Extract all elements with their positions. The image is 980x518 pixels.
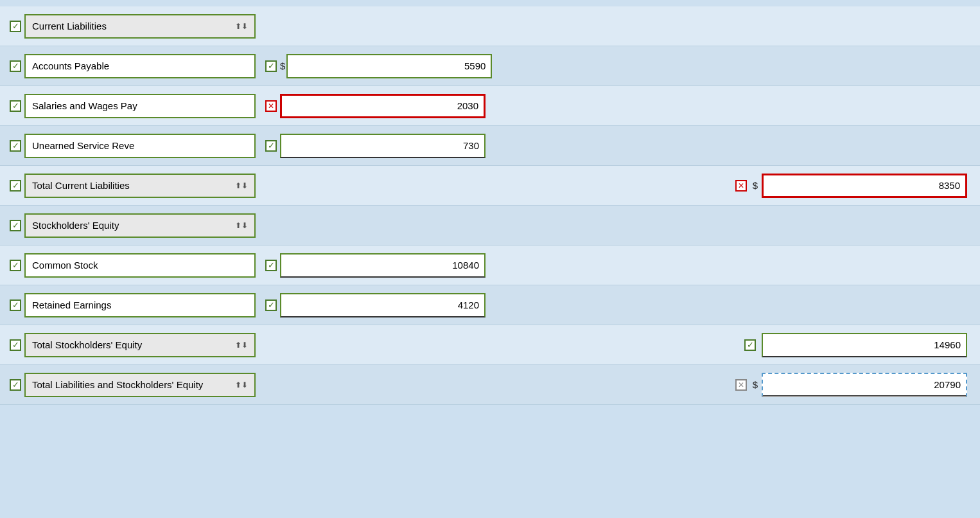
dropdown-arrows-total-current-liabilities: ⬆⬇ (235, 181, 248, 190)
checkbox-total-stockholders-equity[interactable]: ✓ (6, 339, 24, 351)
page-header (0, 0, 980, 6)
right-dollar-sign: $ (753, 379, 758, 390)
label-cell-common-stock: Common Stock (24, 253, 256, 278)
mid-check-retained-earnings[interactable]: ✓ (262, 299, 280, 311)
row-retained-earnings: ✓Retained Earnings✓4120 (0, 285, 980, 325)
row-common-stock: ✓Common Stock✓10840 (0, 246, 980, 285)
row-total-current-liabilities: ✓Total Current Liabilities⬆⬇✕$8350 (0, 166, 980, 206)
row-salaries-wages: ✓Salaries and Wages Pay✕2030 (0, 86, 980, 126)
mid-value-retained-earnings: 4120 (458, 299, 479, 310)
label-cell-total-current-liabilities: Total Current Liabilities⬆⬇ (24, 174, 256, 198)
mid-input-salaries-wages[interactable]: 2030 (280, 94, 486, 118)
right-input-total-stockholders-equity[interactable]: 14960 (762, 333, 967, 357)
checkbox-retained-earnings[interactable]: ✓ (6, 299, 24, 311)
row-total-stockholders-equity: ✓Total Stockholders' Equity⬆⬇✓14960 (0, 325, 980, 365)
dropdown-text-current-liabilities-header: Current Liabilities (32, 21, 107, 31)
green-check-icon: ✓ (10, 339, 21, 351)
label-cell-retained-earnings: Retained Earnings (24, 293, 256, 317)
label-text-unearned-service: Unearned Service Reve (32, 140, 134, 151)
dropdown-label-total-current-liabilities[interactable]: Total Current Liabilities⬆⬇ (24, 174, 256, 198)
right-value-total-stockholders-equity: 14960 (934, 339, 961, 350)
label-cell-total-stockholders-equity: Total Stockholders' Equity⬆⬇ (24, 333, 256, 357)
label-box-common-stock: Common Stock (24, 253, 256, 278)
mid-input-unearned-service[interactable]: 730 (280, 134, 486, 158)
mid-value-salaries-wages: 2030 (457, 100, 478, 111)
mid-value-accounts-payable: 5590 (464, 60, 486, 71)
checkbox-unearned-service[interactable]: ✓ (6, 140, 24, 152)
mid-value-unearned-service: 730 (463, 140, 479, 151)
green-check-icon: ✓ (10, 220, 21, 231)
mid-check-unearned-service[interactable]: ✓ (262, 140, 280, 152)
label-cell-accounts-payable: Accounts Payable (24, 54, 256, 78)
mid-check-salaries-wages[interactable]: ✕ (262, 100, 280, 112)
label-box-accounts-payable: Accounts Payable (24, 54, 256, 78)
right-check-total-current-liabilities[interactable]: ✕ (732, 180, 750, 192)
mid-input-common-stock[interactable]: 10840 (280, 253, 486, 278)
mid-dollar-sign: $ (280, 60, 285, 71)
red-x-icon-mid: ✕ (265, 100, 277, 112)
checkbox-total-current-liabilities[interactable]: ✓ (6, 180, 24, 192)
dropdown-arrows-total-stockholders-equity: ⬆⬇ (235, 341, 248, 350)
dropdown-text-total-liabilities-equity: Total Liabilities and Stockholders' Equi… (32, 379, 203, 390)
label-cell-total-liabilities-equity: Total Liabilities and Stockholders' Equi… (24, 373, 256, 397)
label-text-accounts-payable: Accounts Payable (32, 60, 109, 71)
green-check-icon-right: ✓ (744, 339, 756, 351)
checkbox-accounts-payable[interactable]: ✓ (6, 60, 24, 72)
checkbox-common-stock[interactable]: ✓ (6, 260, 24, 271)
rows-container: ✓Current Liabilities⬆⬇✓Accounts Payable✓… (0, 6, 980, 405)
right-input-total-liabilities-equity[interactable]: 20790 (762, 373, 967, 397)
mid-check-accounts-payable[interactable]: ✓ (262, 60, 280, 72)
right-section-total-stockholders-equity: ✓14960 (741, 333, 967, 357)
dropdown-label-total-liabilities-equity[interactable]: Total Liabilities and Stockholders' Equi… (24, 373, 256, 397)
green-check-icon-mid: ✓ (265, 60, 277, 72)
right-input-total-current-liabilities[interactable]: 8350 (762, 174, 967, 198)
dropdown-label-current-liabilities-header[interactable]: Current Liabilities⬆⬇ (24, 14, 256, 39)
green-check-icon-mid: ✓ (265, 140, 277, 152)
green-check-icon: ✓ (10, 180, 21, 192)
right-value-total-liabilities-equity: 20790 (934, 379, 961, 390)
label-text-retained-earnings: Retained Earnings (32, 299, 111, 310)
checkbox-stockholders-equity-header[interactable]: ✓ (6, 220, 24, 231)
dropdown-text-total-stockholders-equity: Total Stockholders' Equity (32, 339, 142, 350)
checkbox-current-liabilities-header[interactable]: ✓ (6, 21, 24, 32)
label-cell-stockholders-equity-header: Stockholders' Equity⬆⬇ (24, 213, 256, 238)
green-check-icon: ✓ (10, 100, 21, 112)
row-unearned-service: ✓Unearned Service Reve✓730 (0, 126, 980, 166)
dropdown-label-stockholders-equity-header[interactable]: Stockholders' Equity⬆⬇ (24, 213, 256, 238)
right-check-total-stockholders-equity[interactable]: ✓ (741, 339, 759, 351)
right-dollar-sign: $ (753, 180, 758, 191)
green-check-icon: ✓ (10, 140, 21, 152)
right-section-total-liabilities-equity: ✕$20790 (732, 373, 967, 397)
row-total-liabilities-equity: ✓Total Liabilities and Stockholders' Equ… (0, 365, 980, 405)
right-check-total-liabilities-equity[interactable]: ✕ (732, 379, 750, 391)
green-check-icon: ✓ (10, 260, 21, 271)
right-value-total-current-liabilities: 8350 (939, 180, 960, 191)
green-check-icon: ✓ (10, 21, 21, 32)
green-check-icon: ✓ (10, 60, 21, 72)
label-text-common-stock: Common Stock (32, 260, 98, 271)
label-box-retained-earnings: Retained Earnings (24, 293, 256, 317)
mid-check-common-stock[interactable]: ✓ (262, 260, 280, 271)
mid-value-common-stock: 10840 (452, 260, 479, 271)
row-current-liabilities-header: ✓Current Liabilities⬆⬇ (0, 6, 980, 46)
red-x-icon-right: ✕ (735, 180, 747, 192)
label-box-salaries-wages: Salaries and Wages Pay (24, 94, 256, 118)
mid-input-accounts-payable[interactable]: 5590 (286, 54, 492, 78)
row-accounts-payable: ✓Accounts Payable✓$5590 (0, 46, 980, 86)
right-section-total-current-liabilities: ✕$8350 (732, 174, 967, 198)
label-cell-salaries-wages: Salaries and Wages Pay (24, 94, 256, 118)
checkbox-total-liabilities-equity[interactable]: ✓ (6, 379, 24, 391)
dropdown-text-total-current-liabilities: Total Current Liabilities (32, 180, 130, 191)
checkbox-salaries-wages[interactable]: ✓ (6, 100, 24, 112)
dropdown-arrows-stockholders-equity-header: ⬆⬇ (235, 221, 248, 230)
green-check-icon: ✓ (10, 379, 21, 391)
mid-input-retained-earnings[interactable]: 4120 (280, 293, 486, 317)
page-container: ✓Current Liabilities⬆⬇✓Accounts Payable✓… (0, 0, 980, 518)
label-text-salaries-wages: Salaries and Wages Pay (32, 100, 137, 111)
dropdown-label-total-stockholders-equity[interactable]: Total Stockholders' Equity⬆⬇ (24, 333, 256, 357)
dropdown-arrows-current-liabilities-header: ⬆⬇ (235, 22, 248, 31)
green-check-icon-mid: ✓ (265, 299, 277, 311)
dropdown-arrows-total-liabilities-equity: ⬆⬇ (235, 380, 248, 389)
dropdown-text-stockholders-equity-header: Stockholders' Equity (32, 220, 119, 231)
green-check-icon-mid: ✓ (265, 260, 277, 271)
